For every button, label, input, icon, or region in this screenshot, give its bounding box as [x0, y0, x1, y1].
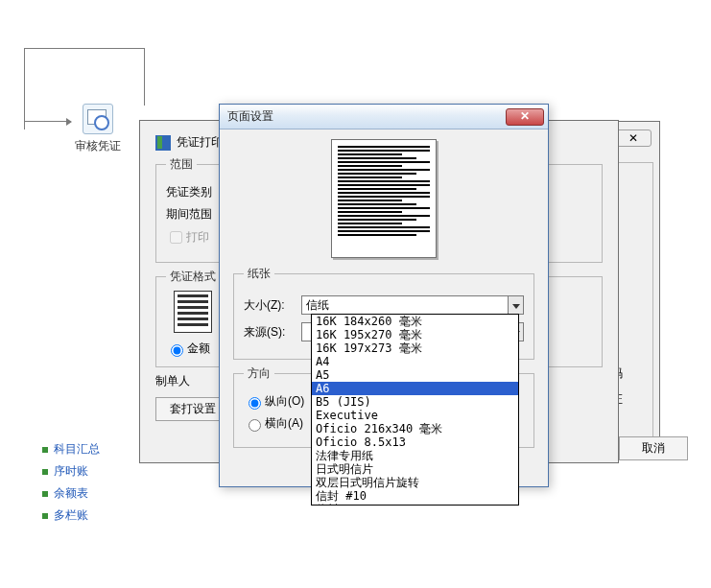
book-icon	[155, 135, 171, 151]
print-checkbox: 打印	[166, 228, 209, 247]
sidebar-links: 科目汇总 序时账 余额表 多栏账	[42, 441, 100, 529]
dropdown-option[interactable]: 16K 197x273 毫米	[312, 341, 518, 355]
dropdown-option[interactable]: 日式明信片	[312, 462, 518, 476]
portrait-radio[interactable]: 纵向(O)	[244, 393, 304, 410]
paper-size-dropdown[interactable]: 16K 184x260 毫米16K 195x270 毫米16K 197x273 …	[311, 314, 519, 506]
flow-arrow	[25, 121, 71, 122]
dropdown-option[interactable]: Oficio 8.5x13	[312, 435, 518, 449]
dropdown-option[interactable]: B5 (JIS)	[312, 395, 518, 409]
dropdown-option[interactable]: 双层日式明信片旋转	[312, 476, 518, 489]
dropdown-option[interactable]: 信封 B5	[312, 503, 518, 506]
paper-size-combo[interactable]: 信纸	[301, 295, 524, 315]
sidebar-item[interactable]: 余额表	[42, 485, 100, 502]
bullet-icon	[42, 491, 48, 497]
source-label: 来源(S):	[244, 324, 301, 341]
dialog-title: 凭证打印	[177, 134, 223, 151]
chevron-down-icon[interactable]	[508, 296, 523, 314]
voucher-type-label: 凭证类别	[166, 184, 212, 200]
dropdown-option[interactable]: 信封 #10	[312, 489, 518, 503]
close-icon[interactable]: ✕	[506, 108, 544, 126]
flow-node-label: 审核凭证	[75, 138, 121, 154]
dropdown-option[interactable]: A4	[312, 355, 518, 368]
flow-node-audit[interactable]: 审核凭证	[75, 104, 121, 154]
dropdown-option[interactable]: Oficio 216x340 毫米	[312, 422, 518, 435]
page-setup-title: 页面设置	[227, 108, 506, 125]
sidebar-item[interactable]: 序时账	[42, 463, 100, 480]
landscape-radio[interactable]: 横向(A)	[244, 415, 303, 432]
dropdown-option[interactable]: 16K 195x270 毫米	[312, 328, 518, 341]
titlebar[interactable]: 页面设置 ✕	[220, 105, 548, 129]
dropdown-option[interactable]: Executive	[312, 409, 518, 422]
dropdown-option[interactable]: 法律专用纸	[312, 449, 518, 462]
close-button[interactable]: ✕	[615, 129, 652, 147]
dropdown-option[interactable]: A6	[312, 382, 518, 395]
bullet-icon	[42, 513, 48, 519]
format-preview-icon	[174, 291, 212, 333]
page-preview	[331, 139, 437, 258]
amount-radio[interactable]: 金额	[166, 341, 225, 357]
cancel-button[interactable]: 取消	[619, 436, 688, 460]
dropdown-option[interactable]: A5	[312, 368, 518, 382]
document-magnify-icon	[83, 104, 113, 134]
size-label: 大小(Z):	[244, 297, 301, 314]
bullet-icon	[42, 447, 48, 453]
sidebar-item[interactable]: 科目汇总	[42, 441, 100, 458]
bullet-icon	[42, 469, 48, 475]
maker-label: 制单人	[155, 373, 190, 389]
period-range-label: 期间范围	[166, 206, 212, 223]
sidebar-item[interactable]: 多栏账	[42, 507, 100, 524]
dropdown-option[interactable]: 16K 184x260 毫米	[312, 315, 518, 328]
